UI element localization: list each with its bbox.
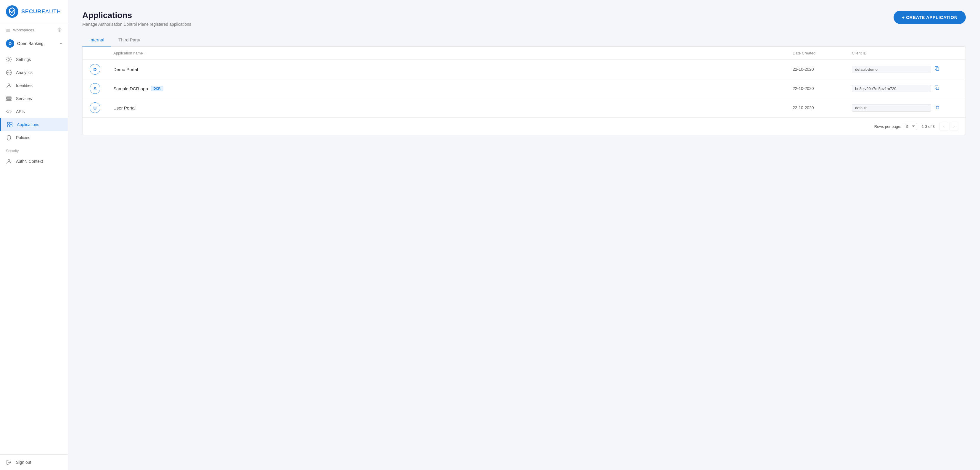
prev-page-button[interactable]: ‹ bbox=[939, 122, 948, 131]
identities-label: Identities bbox=[16, 83, 33, 88]
copy-button-sample[interactable] bbox=[934, 84, 941, 92]
secureauth-logo-icon bbox=[6, 5, 18, 18]
settings-label: Settings bbox=[16, 57, 31, 62]
svg-rect-17 bbox=[936, 87, 939, 90]
client-id-value-demo: default-demo bbox=[852, 66, 931, 73]
table-row: D Demo Portal 22-10-2020 default-demo bbox=[83, 60, 966, 79]
workspace-avatar: O bbox=[6, 39, 14, 48]
rows-per-page-section: Rows per page: 5 10 25 50 bbox=[874, 123, 917, 130]
svg-point-4 bbox=[59, 29, 60, 31]
svg-point-7 bbox=[8, 84, 10, 86]
date-demo: 22-10-2020 bbox=[793, 67, 852, 72]
sidebar-item-settings[interactable]: Settings bbox=[0, 53, 68, 66]
svg-rect-11 bbox=[7, 122, 10, 124]
analytics-icon bbox=[6, 70, 12, 75]
logo-area: SECUREAUTH bbox=[0, 0, 68, 23]
next-page-button[interactable]: › bbox=[950, 122, 958, 131]
svg-rect-10 bbox=[6, 100, 11, 100]
sign-out-label: Sign out bbox=[16, 460, 31, 465]
policies-label: Policies bbox=[16, 135, 30, 140]
authn-icon bbox=[6, 158, 12, 164]
svg-rect-13 bbox=[7, 125, 10, 127]
app-name-demo: Demo Portal bbox=[113, 67, 793, 72]
table-row: S Sample DCR app DCR 22-10-2020 bu8ojv90… bbox=[83, 79, 966, 98]
col-avatar bbox=[90, 51, 113, 55]
client-id-user: default bbox=[852, 104, 941, 112]
col-date-created: Date Created bbox=[793, 51, 852, 55]
pagination-info: 1-3 of 3 bbox=[922, 124, 935, 129]
apis-icon bbox=[6, 108, 12, 115]
table-row: U User Portal 22-10-2020 default bbox=[83, 98, 966, 118]
chevron-down-icon: ▾ bbox=[60, 41, 62, 46]
client-id-demo: default-demo bbox=[852, 65, 941, 73]
sidebar-item-services[interactable]: Services bbox=[0, 92, 68, 105]
date-user: 22-10-2020 bbox=[793, 105, 852, 110]
authn-context-label: AuthN Context bbox=[16, 159, 43, 164]
svg-rect-16 bbox=[936, 68, 939, 70]
create-application-button[interactable]: + CREATE APPLICATION bbox=[894, 11, 966, 24]
client-id-sample: bu8ojv90tr7m5pv1m720 bbox=[852, 84, 941, 92]
svg-rect-8 bbox=[6, 97, 11, 98]
svg-rect-9 bbox=[6, 98, 11, 99]
svg-rect-1 bbox=[6, 29, 10, 30]
app-name-user: User Portal bbox=[113, 105, 793, 110]
settings-icon bbox=[6, 57, 12, 62]
svg-point-15 bbox=[8, 159, 10, 161]
sort-icon: ↑ bbox=[144, 51, 146, 55]
sidebar-item-applications[interactable]: Applications bbox=[0, 118, 68, 131]
rows-per-page-select[interactable]: 5 10 25 50 bbox=[904, 123, 917, 130]
rows-per-page-label: Rows per page: bbox=[874, 124, 901, 129]
applications-icon bbox=[7, 122, 13, 127]
svg-rect-2 bbox=[6, 30, 10, 31]
sidebar-nav: Settings Analytics Identities Services bbox=[0, 51, 68, 454]
workspace-selector[interactable]: O Open Banking ▾ bbox=[0, 37, 68, 51]
app-name-sample: Sample DCR app DCR bbox=[113, 86, 793, 91]
svg-rect-14 bbox=[10, 125, 12, 127]
sidebar-item-policies[interactable]: Policies bbox=[0, 131, 68, 144]
tab-internal[interactable]: Internal bbox=[82, 34, 111, 46]
tab-third-party[interactable]: Third Party bbox=[111, 34, 147, 46]
workspaces-label: Workspaces bbox=[13, 28, 34, 32]
settings-gear-icon[interactable] bbox=[57, 27, 62, 32]
row-avatar-sample: S bbox=[90, 83, 113, 94]
policies-icon bbox=[6, 135, 12, 140]
col-action bbox=[941, 51, 958, 55]
services-icon bbox=[6, 96, 12, 102]
row-avatar-user: U bbox=[90, 102, 113, 113]
page-header: Applications Manage Authorisation Contro… bbox=[68, 0, 980, 34]
security-section-label: Security bbox=[0, 144, 68, 155]
workspace-name: Open Banking bbox=[17, 41, 57, 46]
page-title: Applications bbox=[82, 11, 191, 20]
sidebar-item-authn-context[interactable]: AuthN Context bbox=[0, 155, 68, 168]
pagination-row: Rows per page: 5 10 25 50 1-3 of 3 ‹ › bbox=[83, 118, 966, 135]
sign-out-icon bbox=[6, 459, 12, 465]
page-title-block: Applications Manage Authorisation Contro… bbox=[82, 11, 191, 27]
pagination-nav: ‹ › bbox=[939, 122, 958, 131]
svg-rect-18 bbox=[936, 106, 939, 109]
apis-label: APIs bbox=[16, 109, 25, 114]
row-avatar-demo: D bbox=[90, 64, 113, 75]
copy-button-demo[interactable] bbox=[934, 65, 941, 73]
main-content: Applications Manage Authorisation Contro… bbox=[68, 0, 980, 470]
sidebar-item-analytics[interactable]: Analytics bbox=[0, 66, 68, 79]
svg-rect-12 bbox=[10, 122, 12, 124]
svg-rect-3 bbox=[6, 31, 10, 32]
identities-icon bbox=[6, 83, 12, 89]
svg-point-5 bbox=[8, 59, 10, 61]
dcr-badge: DCR bbox=[151, 86, 163, 91]
logo-text: SECUREAUTH bbox=[21, 9, 61, 15]
applications-table: Application name ↑ Date Created Client I… bbox=[82, 46, 966, 135]
sidebar-item-identities[interactable]: Identities bbox=[0, 79, 68, 92]
copy-button-user[interactable] bbox=[934, 104, 941, 112]
table-header: Application name ↑ Date Created Client I… bbox=[83, 47, 966, 60]
date-sample: 22-10-2020 bbox=[793, 86, 852, 91]
applications-label: Applications bbox=[17, 122, 39, 127]
sign-out-item[interactable]: Sign out bbox=[0, 455, 68, 470]
sidebar: SECUREAUTH Workspaces O Open Banking ▾ S… bbox=[0, 0, 68, 470]
services-label: Services bbox=[16, 96, 32, 101]
client-id-value-user: default bbox=[852, 104, 931, 112]
col-app-name: Application name ↑ bbox=[113, 51, 793, 55]
client-id-value-sample: bu8ojv90tr7m5pv1m720 bbox=[852, 85, 931, 92]
sidebar-item-apis[interactable]: APIs bbox=[0, 105, 68, 118]
page-body: Internal Third Party Application name ↑ … bbox=[68, 34, 980, 150]
